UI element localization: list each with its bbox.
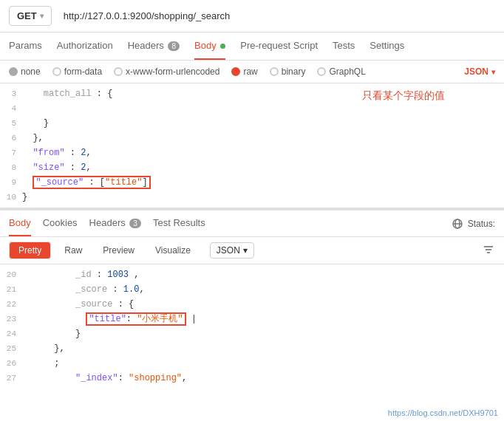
body-type-urlencoded[interactable]: x-www-form-urlencoded: [114, 66, 219, 77]
tab-params[interactable]: Params: [9, 32, 42, 60]
radio-binary: [270, 67, 279, 76]
radio-none: [9, 67, 18, 76]
code-line-9: 9 "_source" : ["title"]: [0, 175, 504, 190]
status-area: Status:: [452, 218, 495, 230]
url-bar: GET ▾: [0, 0, 504, 32]
code-line-7: 7 "from" : 2,: [0, 146, 504, 160]
json-format-label: JSON: [217, 245, 240, 256]
method-chevron: ▾: [40, 12, 44, 20]
method-label: GET: [17, 10, 37, 21]
app-container: GET ▾ Params Authorization Headers 8 Bod…: [0, 0, 504, 421]
format-chevron: ▾: [491, 68, 495, 76]
response-tab-headers[interactable]: Headers 3: [89, 210, 141, 236]
format-raw-btn[interactable]: Raw: [57, 242, 89, 259]
resp-code-line-20: 20 _id : 1003 ,: [0, 267, 504, 282]
response-format-bar: Pretty Raw Preview Visualize JSON ▾: [0, 237, 504, 264]
format-select[interactable]: JSON ▾: [464, 66, 495, 77]
code-line-5: 5 }: [0, 116, 504, 131]
body-dot: [220, 44, 225, 49]
code-line-10: 10 }: [0, 190, 504, 205]
status-label: Status:: [468, 219, 495, 229]
json-format-chevron: ▾: [243, 245, 248, 256]
tab-authorization[interactable]: Authorization: [57, 32, 113, 60]
request-tabs: Params Authorization Headers 8 Body Pre-…: [0, 32, 504, 61]
response-headers-badge: 3: [129, 219, 141, 228]
resp-code-line-27: 27 "_index": "shopping",: [0, 371, 504, 386]
filter-icon[interactable]: [482, 243, 495, 259]
radio-urlencoded: [114, 67, 123, 76]
url-input[interactable]: [58, 7, 495, 25]
body-type-binary[interactable]: binary: [270, 66, 306, 77]
format-visualize-btn[interactable]: Visualize: [148, 242, 198, 259]
tab-pre-request[interactable]: Pre-request Script: [240, 32, 318, 60]
radio-graphql: [317, 67, 326, 76]
body-type-formdata[interactable]: form-data: [52, 66, 102, 77]
watermark: https://blog.csdn.net/DXH9701: [385, 408, 501, 418]
body-type-none[interactable]: none: [9, 66, 41, 77]
code-line-6: 6 },: [0, 131, 504, 146]
response-tab-cookies[interactable]: Cookies: [43, 210, 78, 236]
method-select[interactable]: GET ▾: [9, 6, 52, 26]
resp-code-line-21: 21 _score : 1.0,: [0, 282, 504, 297]
resp-code-line-24: 24 }: [0, 326, 504, 341]
tab-settings[interactable]: Settings: [370, 32, 404, 60]
format-pretty-btn[interactable]: Pretty: [9, 242, 51, 259]
resp-code-line-25: 25 },: [0, 341, 504, 356]
code-line-8: 8 "size" : 2,: [0, 160, 504, 175]
body-type-graphql[interactable]: GraphQL: [317, 66, 365, 77]
json-format-select[interactable]: JSON ▾: [210, 242, 254, 259]
resp-code-line-22: 22 _source : {: [0, 297, 504, 312]
tab-body[interactable]: Body: [194, 32, 225, 60]
code-line-4: 4: [0, 101, 504, 116]
response-code-editor[interactable]: 20 _id : 1003 , 21 _score : 1.0, 22 _sou…: [0, 264, 504, 421]
radio-formdata: [52, 67, 61, 76]
response-tab-test-results[interactable]: Test Results: [153, 210, 205, 236]
body-type-bar: none form-data x-www-form-urlencoded raw…: [0, 61, 504, 83]
response-panel: Body Cookies Headers 3 Test Results Stat…: [0, 208, 504, 421]
format-preview-btn[interactable]: Preview: [95, 242, 142, 259]
format-label: JSON: [464, 66, 488, 77]
response-tabs: Body Cookies Headers 3 Test Results Stat…: [0, 210, 504, 237]
headers-badge: 8: [168, 41, 180, 51]
annotation-text: 只看某个字段的值: [362, 89, 445, 103]
radio-raw: [231, 67, 240, 76]
body-type-raw[interactable]: raw: [231, 66, 257, 77]
globe-icon: [452, 218, 463, 230]
request-code-area: 3 match_all : { 4 5 } 6 }, 7 "from" : 2,: [0, 83, 504, 208]
resp-code-line-26: 26 ;: [0, 356, 504, 371]
resp-code-line-23: 23 "title": "小米手机" |: [0, 312, 504, 326]
tab-tests[interactable]: Tests: [333, 32, 355, 60]
tab-headers[interactable]: Headers 8: [128, 32, 180, 60]
response-tab-body[interactable]: Body: [9, 210, 31, 236]
